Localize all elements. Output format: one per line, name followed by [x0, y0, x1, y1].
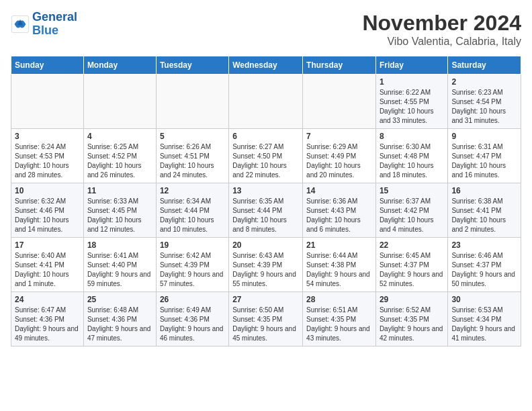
- calendar-cell: 6Sunrise: 6:27 AM Sunset: 4:50 PM Daylig…: [229, 129, 303, 183]
- day-info: Sunrise: 6:49 AM Sunset: 4:36 PM Dayligh…: [160, 306, 225, 343]
- day-info: Sunrise: 6:41 AM Sunset: 4:40 PM Dayligh…: [87, 251, 152, 289]
- day-number: 1: [380, 77, 444, 87]
- header-thursday: Thursday: [303, 56, 376, 75]
- calendar-cell: 25Sunrise: 6:48 AM Sunset: 4:36 PM Dayli…: [83, 292, 156, 347]
- day-info: Sunrise: 6:35 AM Sunset: 4:44 PM Dayligh…: [232, 197, 299, 234]
- calendar-cell: 4Sunrise: 6:25 AM Sunset: 4:52 PM Daylig…: [83, 129, 156, 183]
- calendar-week-4: 17Sunrise: 6:40 AM Sunset: 4:41 PM Dayli…: [11, 238, 521, 292]
- day-info: Sunrise: 6:23 AM Sunset: 4:54 PM Dayligh…: [451, 88, 517, 126]
- day-number: 27: [232, 295, 299, 304]
- calendar-cell: 29Sunrise: 6:52 AM Sunset: 4:35 PM Dayli…: [375, 292, 447, 347]
- calendar-cell: 21Sunrise: 6:44 AM Sunset: 4:38 PM Dayli…: [303, 238, 376, 292]
- day-number: 14: [306, 186, 372, 195]
- day-number: 18: [87, 240, 152, 250]
- calendar-cell: 14Sunrise: 6:36 AM Sunset: 4:43 PM Dayli…: [303, 183, 376, 238]
- calendar-header-row: SundayMondayTuesdayWednesdayThursdayFrid…: [11, 56, 521, 75]
- day-number: 28: [306, 295, 372, 304]
- calendar-cell: 20Sunrise: 6:43 AM Sunset: 4:39 PM Dayli…: [229, 238, 303, 292]
- day-number: 7: [306, 132, 372, 141]
- calendar-cell: [229, 75, 303, 129]
- day-info: Sunrise: 6:42 AM Sunset: 4:39 PM Dayligh…: [160, 251, 225, 289]
- calendar-cell: [156, 75, 228, 129]
- day-info: Sunrise: 6:25 AM Sunset: 4:52 PM Dayligh…: [87, 142, 152, 180]
- header-friday: Friday: [375, 56, 447, 75]
- day-info: Sunrise: 6:30 AM Sunset: 4:48 PM Dayligh…: [380, 142, 444, 180]
- day-info: Sunrise: 6:52 AM Sunset: 4:35 PM Dayligh…: [380, 306, 444, 343]
- header-sunday: Sunday: [11, 56, 84, 75]
- header-monday: Monday: [83, 56, 156, 75]
- calendar-cell: 22Sunrise: 6:45 AM Sunset: 4:37 PM Dayli…: [375, 238, 447, 292]
- location-subtitle: Vibo Valentia, Calabria, Italy: [362, 36, 521, 48]
- calendar-cell: 3Sunrise: 6:24 AM Sunset: 4:53 PM Daylig…: [11, 129, 84, 183]
- day-number: 19: [160, 240, 225, 250]
- day-number: 20: [232, 240, 299, 250]
- day-number: 9: [451, 132, 517, 141]
- calendar-week-3: 10Sunrise: 6:32 AM Sunset: 4:46 PM Dayli…: [11, 183, 521, 238]
- calendar-cell: 16Sunrise: 6:38 AM Sunset: 4:41 PM Dayli…: [448, 183, 521, 238]
- day-info: Sunrise: 6:22 AM Sunset: 4:55 PM Dayligh…: [380, 88, 444, 126]
- calendar-cell: 27Sunrise: 6:50 AM Sunset: 4:35 PM Dayli…: [229, 292, 303, 347]
- day-number: 26: [160, 295, 225, 304]
- calendar-cell: 15Sunrise: 6:37 AM Sunset: 4:42 PM Dayli…: [375, 183, 447, 238]
- day-info: Sunrise: 6:24 AM Sunset: 4:53 PM Dayligh…: [15, 142, 80, 180]
- day-number: 15: [380, 186, 444, 195]
- logo-line1: General: [32, 10, 77, 24]
- calendar-table: SundayMondayTuesdayWednesdayThursdayFrid…: [11, 56, 521, 347]
- day-number: 5: [160, 132, 225, 141]
- logo-text: General Blue: [32, 11, 77, 38]
- calendar-cell: 13Sunrise: 6:35 AM Sunset: 4:44 PM Dayli…: [229, 183, 303, 238]
- calendar-cell: 30Sunrise: 6:53 AM Sunset: 4:34 PM Dayli…: [448, 292, 521, 347]
- day-info: Sunrise: 6:31 AM Sunset: 4:47 PM Dayligh…: [451, 142, 517, 180]
- day-info: Sunrise: 6:37 AM Sunset: 4:42 PM Dayligh…: [380, 197, 444, 234]
- day-number: 17: [15, 240, 80, 250]
- calendar-cell: 18Sunrise: 6:41 AM Sunset: 4:40 PM Dayli…: [83, 238, 156, 292]
- day-number: 29: [380, 295, 444, 304]
- calendar-cell: 12Sunrise: 6:34 AM Sunset: 4:44 PM Dayli…: [156, 183, 228, 238]
- header-saturday: Saturday: [448, 56, 521, 75]
- calendar-cell: 5Sunrise: 6:26 AM Sunset: 4:51 PM Daylig…: [156, 129, 228, 183]
- day-info: Sunrise: 6:32 AM Sunset: 4:46 PM Dayligh…: [15, 197, 80, 234]
- calendar-week-1: 1Sunrise: 6:22 AM Sunset: 4:55 PM Daylig…: [11, 75, 521, 129]
- day-number: 3: [15, 132, 80, 141]
- day-info: Sunrise: 6:45 AM Sunset: 4:37 PM Dayligh…: [380, 251, 444, 289]
- calendar-cell: 9Sunrise: 6:31 AM Sunset: 4:47 PM Daylig…: [448, 129, 521, 183]
- day-number: 23: [451, 240, 517, 250]
- day-number: 2: [451, 77, 517, 87]
- logo-line2: Blue: [32, 24, 58, 37]
- day-number: 6: [232, 132, 299, 141]
- header-tuesday: Tuesday: [156, 56, 228, 75]
- month-title: November 2024: [362, 11, 521, 36]
- calendar-cell: 10Sunrise: 6:32 AM Sunset: 4:46 PM Dayli…: [11, 183, 84, 238]
- calendar-cell: 26Sunrise: 6:49 AM Sunset: 4:36 PM Dayli…: [156, 292, 228, 347]
- calendar-cell: [83, 75, 156, 129]
- day-number: 8: [380, 132, 444, 141]
- day-number: 16: [451, 186, 517, 195]
- day-number: 13: [232, 186, 299, 195]
- day-info: Sunrise: 6:48 AM Sunset: 4:36 PM Dayligh…: [87, 306, 152, 343]
- day-info: Sunrise: 6:43 AM Sunset: 4:39 PM Dayligh…: [232, 251, 299, 289]
- day-info: Sunrise: 6:36 AM Sunset: 4:43 PM Dayligh…: [306, 197, 372, 234]
- calendar-cell: 8Sunrise: 6:30 AM Sunset: 4:48 PM Daylig…: [375, 129, 447, 183]
- day-number: 24: [15, 295, 80, 304]
- day-number: 22: [380, 240, 444, 250]
- calendar-cell: 23Sunrise: 6:46 AM Sunset: 4:37 PM Dayli…: [448, 238, 521, 292]
- day-number: 11: [87, 186, 152, 195]
- calendar-cell: 19Sunrise: 6:42 AM Sunset: 4:39 PM Dayli…: [156, 238, 228, 292]
- day-info: Sunrise: 6:38 AM Sunset: 4:41 PM Dayligh…: [451, 197, 517, 234]
- calendar-cell: 11Sunrise: 6:33 AM Sunset: 4:45 PM Dayli…: [83, 183, 156, 238]
- day-info: Sunrise: 6:50 AM Sunset: 4:35 PM Dayligh…: [232, 306, 299, 343]
- calendar-cell: 17Sunrise: 6:40 AM Sunset: 4:41 PM Dayli…: [11, 238, 84, 292]
- calendar-cell: 1Sunrise: 6:22 AM Sunset: 4:55 PM Daylig…: [375, 75, 447, 129]
- day-info: Sunrise: 6:27 AM Sunset: 4:50 PM Dayligh…: [232, 142, 299, 180]
- calendar-cell: 2Sunrise: 6:23 AM Sunset: 4:54 PM Daylig…: [448, 75, 521, 129]
- day-info: Sunrise: 6:47 AM Sunset: 4:36 PM Dayligh…: [15, 306, 80, 343]
- day-info: Sunrise: 6:44 AM Sunset: 4:38 PM Dayligh…: [306, 251, 372, 289]
- calendar-cell: 28Sunrise: 6:51 AM Sunset: 4:35 PM Dayli…: [303, 292, 376, 347]
- day-info: Sunrise: 6:51 AM Sunset: 4:35 PM Dayligh…: [306, 306, 372, 343]
- day-info: Sunrise: 6:26 AM Sunset: 4:51 PM Dayligh…: [160, 142, 225, 180]
- day-info: Sunrise: 6:46 AM Sunset: 4:37 PM Dayligh…: [451, 251, 517, 289]
- title-block: November 2024 Vibo Valentia, Calabria, I…: [362, 11, 521, 48]
- day-info: Sunrise: 6:34 AM Sunset: 4:44 PM Dayligh…: [160, 197, 225, 234]
- day-info: Sunrise: 6:33 AM Sunset: 4:45 PM Dayligh…: [87, 197, 152, 234]
- day-info: Sunrise: 6:40 AM Sunset: 4:41 PM Dayligh…: [15, 251, 80, 289]
